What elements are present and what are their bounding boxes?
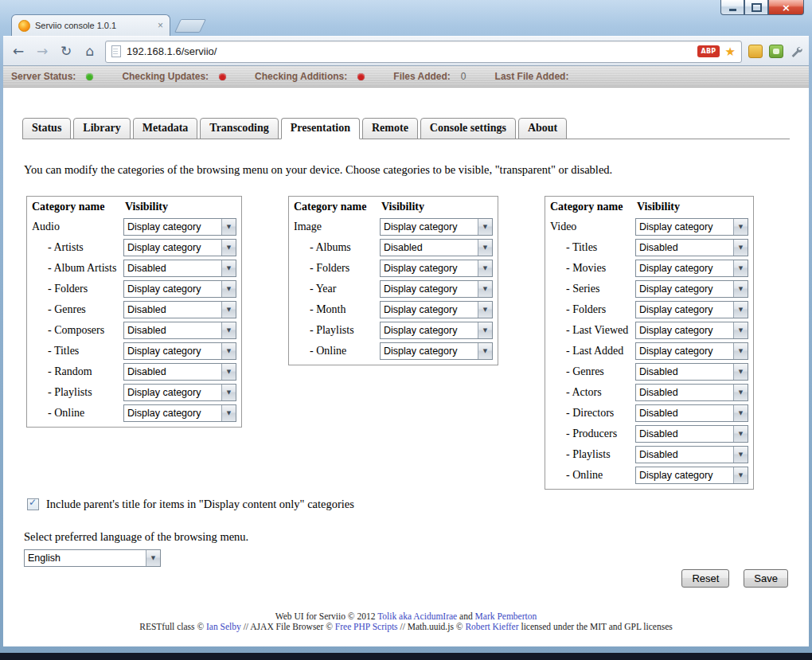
tab-presentation[interactable]: Presentation <box>281 118 360 139</box>
browser-tab[interactable]: Serviio console 1.0.1 × <box>11 14 170 36</box>
visibility-select[interactable]: Display category▼ <box>123 218 236 236</box>
footer-link[interactable]: Robert Kieffer <box>465 622 518 631</box>
intro-text: You can modify the categories of the bro… <box>24 163 790 177</box>
visibility-select[interactable]: Display category▼ <box>123 280 236 298</box>
chevron-down-icon: ▼ <box>221 364 236 380</box>
visibility-select[interactable]: Display category▼ <box>123 384 236 401</box>
visibility-select[interactable]: Display category▼ <box>635 322 748 339</box>
visibility-select[interactable]: Display category▼ <box>635 467 748 484</box>
visibility-select[interactable]: Display category▼ <box>123 239 236 256</box>
chevron-down-icon: ▼ <box>733 302 748 318</box>
table-row: - Last ViewedDisplay category▼ <box>545 320 753 341</box>
visibility-select[interactable]: Display category▼ <box>635 301 748 318</box>
footer-link[interactable]: Mark Pemberton <box>475 611 537 621</box>
chevron-down-icon: ▼ <box>221 260 236 276</box>
footer-link[interactable]: Tolik aka AcidumIrae <box>377 611 457 621</box>
visibility-select[interactable]: Disabled▼ <box>635 239 748 256</box>
close-button[interactable]: × <box>768 0 804 15</box>
visibility-value: Display category <box>636 304 733 315</box>
adblock-icon[interactable]: ABP <box>697 45 719 57</box>
visibility-select[interactable]: Display category▼ <box>380 342 493 360</box>
visibility-select[interactable]: Display category▼ <box>635 342 748 360</box>
tab-library[interactable]: Library <box>73 118 130 139</box>
serviio-page: Server Status:Checking Updates:Checking … <box>3 65 809 646</box>
visibility-value: Display category <box>636 470 733 481</box>
tab-transcoding[interactable]: Transcoding <box>200 118 278 139</box>
visibility-select[interactable]: Disabled▼ <box>635 404 748 422</box>
category-name: - Folders <box>294 262 380 275</box>
chevron-down-icon: ▼ <box>733 426 748 442</box>
visibility-select[interactable]: Display category▼ <box>635 218 748 236</box>
category-name: - Genres <box>550 365 635 378</box>
tab-console-settings[interactable]: Console settings <box>420 118 516 139</box>
visibility-select[interactable]: Disabled▼ <box>123 322 236 339</box>
visibility-select[interactable]: Disabled▼ <box>123 363 236 381</box>
category-name: - Series <box>550 283 635 295</box>
visibility-select[interactable]: Disabled▼ <box>635 363 748 381</box>
category-name: - Composers <box>32 324 123 337</box>
footer-link[interactable]: Free PHP Scripts <box>335 622 398 631</box>
new-tab-button[interactable] <box>174 19 206 33</box>
visibility-select[interactable]: Display category▼ <box>380 280 493 298</box>
webcam-extension-icon[interactable] <box>769 45 783 58</box>
status-item: Server Status: <box>11 71 93 82</box>
tab-metadata[interactable]: Metadata <box>133 118 198 139</box>
visibility-select[interactable]: Disabled▼ <box>123 260 236 277</box>
footer-text: RESTfull class © <box>139 622 206 631</box>
visibility-select[interactable]: Disabled▼ <box>635 384 748 401</box>
save-button[interactable]: Save <box>744 569 788 588</box>
visibility-value: Disabled <box>636 449 733 460</box>
reload-button[interactable]: ↻ <box>57 45 75 58</box>
visibility-select[interactable]: Disabled▼ <box>123 301 236 318</box>
chevron-down-icon: ▼ <box>221 322 236 338</box>
forward-button[interactable]: → <box>33 45 51 58</box>
table-row: - FoldersDisplay category▼ <box>289 258 498 279</box>
back-button[interactable]: ← <box>10 45 27 58</box>
tab-remote[interactable]: Remote <box>362 118 418 139</box>
status-indicator-red <box>357 73 365 80</box>
category-name: - Folders <box>32 283 123 295</box>
tab-about[interactable]: About <box>518 118 567 139</box>
visibility-select[interactable]: Display category▼ <box>380 218 493 236</box>
visibility-value: Display category <box>124 387 221 398</box>
visibility-select[interactable]: Disabled▼ <box>380 239 493 256</box>
tab-close-icon[interactable]: × <box>158 21 163 30</box>
visibility-select[interactable]: Display category▼ <box>123 404 236 422</box>
visibility-value: Display category <box>381 221 478 232</box>
reset-button[interactable]: Reset <box>681 569 729 588</box>
parent-title-checkbox[interactable]: ✓ <box>27 498 39 510</box>
extension-icon[interactable] <box>748 45 763 58</box>
server-status-bar: Server Status:Checking Updates:Checking … <box>3 66 809 88</box>
language-label: Select preferred language of the browsin… <box>24 530 790 544</box>
address-bar[interactable]: 192.168.1.6/serviio/ ABP ★ <box>105 41 742 63</box>
maximize-button[interactable] <box>744 0 768 15</box>
visibility-select[interactable]: Display category▼ <box>380 301 493 318</box>
language-select[interactable]: English ▼ <box>24 549 161 567</box>
visibility-select[interactable]: Display category▼ <box>380 322 493 339</box>
category-name: - Albums <box>294 241 380 254</box>
serviio-favicon-icon <box>18 20 30 32</box>
footer-text: licensed under the MIT and GPL licenses <box>519 622 673 631</box>
visibility-value: Disabled <box>124 325 221 336</box>
tab-status[interactable]: Status <box>22 118 71 139</box>
visibility-select[interactable]: Disabled▼ <box>635 425 748 443</box>
table-header-row: Category nameVisibility <box>289 197 498 217</box>
visibility-select[interactable]: Display category▼ <box>635 280 748 298</box>
visibility-value: Display category <box>124 283 221 295</box>
category-name: - Online <box>550 469 635 482</box>
chevron-down-icon: ▼ <box>146 550 160 566</box>
visibility-select[interactable]: Display category▼ <box>635 260 748 277</box>
minimize-button[interactable] <box>720 0 744 15</box>
action-buttons: Reset Save <box>22 569 790 588</box>
home-button[interactable]: ⌂ <box>81 45 99 58</box>
wrench-icon[interactable] <box>790 45 802 58</box>
column-header-category-name: Category name <box>550 201 637 213</box>
visibility-select[interactable]: Disabled▼ <box>635 446 748 463</box>
category-name: - Producers <box>550 428 635 440</box>
footer-link[interactable]: Ian Selby <box>206 622 241 631</box>
visibility-value: Disabled <box>124 366 221 377</box>
visibility-select[interactable]: Display category▼ <box>380 260 493 277</box>
visibility-select[interactable]: Display category▼ <box>123 342 236 360</box>
table-row: - ActorsDisabled▼ <box>545 382 753 403</box>
bookmark-star-icon[interactable]: ★ <box>725 45 736 57</box>
